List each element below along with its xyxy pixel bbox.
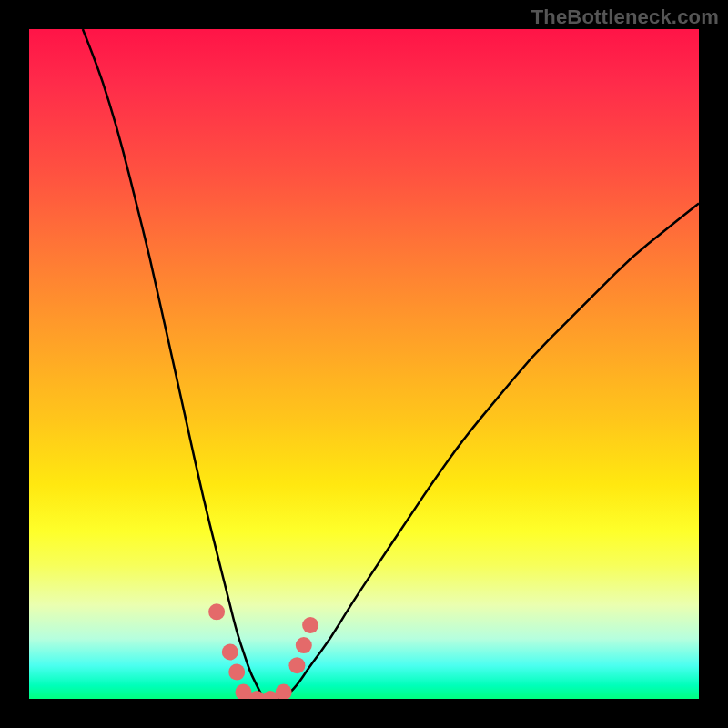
watermark-text: TheBottleneck.com: [531, 5, 719, 29]
plot-gradient-area: [29, 29, 699, 699]
chart-container: TheBottleneck.com: [0, 0, 728, 728]
